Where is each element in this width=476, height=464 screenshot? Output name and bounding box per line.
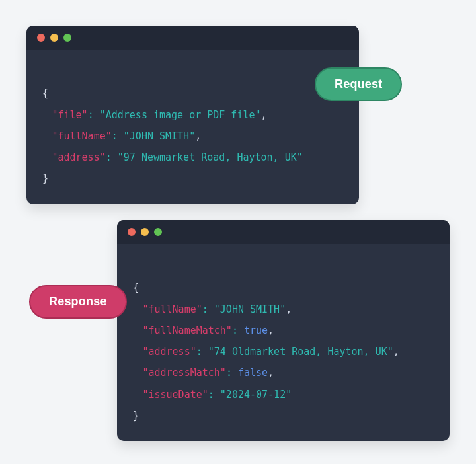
response-card: { "fullName": "JOHN SMITH", "fullNameMat… (117, 220, 450, 441)
json-colon: : (208, 389, 220, 401)
zoom-icon (63, 34, 71, 42)
json-comma: , (268, 367, 274, 379)
json-colon: : (88, 109, 100, 121)
json-string: "JOHN SMITH" (124, 130, 195, 142)
json-comma: , (393, 346, 399, 358)
json-comma: , (268, 325, 274, 336)
brace-close: } (42, 173, 48, 184)
request-badge: Request (315, 67, 402, 101)
close-icon (37, 34, 45, 42)
json-comma: , (261, 109, 267, 121)
json-string: "97 Newmarket Road, Hayton, UK" (118, 151, 303, 163)
json-bool: true (244, 325, 268, 336)
json-string: "74 Oldmarket Road, Hayton, UK" (208, 346, 393, 358)
brace-close: } (133, 410, 139, 422)
json-key: "address" (142, 346, 196, 358)
json-comma: , (195, 130, 201, 142)
minimize-icon (141, 228, 149, 236)
json-colon: : (232, 325, 244, 336)
json-key: "fullNameMatch" (142, 325, 231, 336)
request-titlebar (26, 26, 359, 50)
json-key: "file" (52, 109, 87, 121)
minimize-icon (50, 34, 58, 42)
json-colon: : (112, 130, 124, 142)
json-key: "issueDate" (142, 389, 208, 401)
json-key: "addressMatch" (142, 367, 225, 379)
close-icon (128, 228, 136, 236)
json-string: "JOHN SMITH" (214, 303, 286, 315)
json-comma: , (286, 303, 292, 315)
json-key: "fullName" (52, 130, 111, 142)
response-badge: Response (29, 285, 127, 319)
zoom-icon (154, 228, 162, 236)
json-colon: : (196, 346, 208, 358)
brace-open: { (133, 282, 139, 293)
json-colon: : (226, 367, 238, 379)
json-string: "2024-07-12" (220, 389, 292, 401)
request-code: { "file": "Address image or PDF file", "… (26, 50, 359, 204)
json-bool: false (238, 367, 268, 379)
brace-open: { (42, 87, 48, 99)
request-badge-label: Request (335, 77, 382, 91)
response-titlebar (117, 220, 450, 244)
json-colon: : (106, 151, 118, 163)
json-key: "fullName" (142, 303, 202, 315)
response-badge-label: Response (49, 295, 107, 308)
json-key: "address" (52, 151, 105, 163)
request-card: { "file": "Address image or PDF file", "… (26, 26, 359, 204)
response-code: { "fullName": "JOHN SMITH", "fullNameMat… (117, 244, 450, 441)
json-colon: : (202, 303, 214, 315)
json-string: "Address image or PDF file" (100, 109, 261, 121)
